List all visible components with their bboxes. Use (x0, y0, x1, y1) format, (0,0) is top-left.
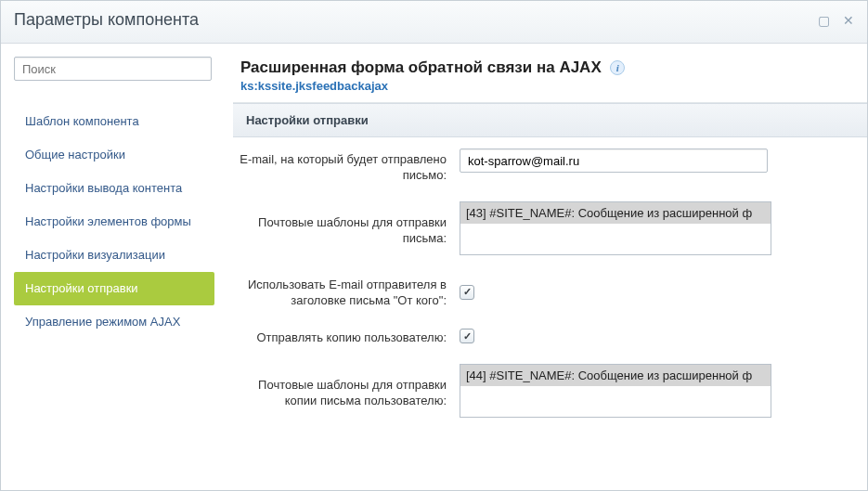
titlebar-controls: ▢ ✕ (818, 14, 854, 27)
section-header: Настройки отправки (233, 103, 867, 137)
row-copy-templates: Почтовые шаблоны для отправки копии пись… (233, 356, 867, 429)
content-scroll[interactable]: Настройки отправки E-mail, на который бу… (233, 102, 867, 490)
dialog-body: Шаблон компонентаОбщие настройкиНастройк… (1, 44, 867, 490)
dialog-titlebar: Параметры компонента ▢ ✕ (1, 1, 867, 44)
sidebar-item-3[interactable]: Настройки элементов формы (14, 205, 214, 239)
templates-select[interactable]: [43] #SITE_NAME#: Сообщение из расширенн… (460, 201, 771, 255)
label-copy-templates: Почтовые шаблоны для отправки копии пись… (233, 374, 460, 408)
row-send-copy: Отправлять копию пользователю: ✓ (233, 319, 867, 356)
maximize-icon[interactable]: ▢ (818, 14, 830, 27)
sidebar-item-2[interactable]: Настройки вывода контента (14, 172, 214, 205)
templates-option[interactable]: [43] #SITE_NAME#: Сообщение из расширенн… (460, 202, 771, 224)
page-title: Расширенная форма обратной связи на AJAX (240, 58, 602, 76)
sidebar-nav: Шаблон компонентаОбщие настройкиНастройк… (14, 105, 224, 339)
label-send-copy: Отправлять копию пользователю: (233, 327, 460, 345)
sidebar-item-1[interactable]: Общие настройки (14, 138, 214, 172)
row-email: E-mail, на который будет отправлено пись… (233, 137, 867, 194)
search-input[interactable] (14, 57, 212, 81)
component-code: ks:kssite.jksfeedbackajax (240, 79, 845, 93)
row-use-sender: Использовать E-mail отправителя в заголо… (233, 266, 867, 319)
copy-templates-option[interactable]: [44] #SITE_NAME#: Сообщение из расширенн… (460, 365, 771, 386)
row-templates: Почтовые шаблоны для отправки письма: [4… (233, 194, 867, 266)
dialog-title: Параметры компонента (14, 10, 199, 30)
copy-templates-select[interactable]: [44] #SITE_NAME#: Сообщение из расширенн… (460, 364, 771, 418)
email-input[interactable] (460, 149, 768, 173)
close-icon[interactable]: ✕ (843, 14, 854, 27)
heading-area: Расширенная форма обратной связи на AJAX… (233, 44, 867, 102)
sidebar-item-4[interactable]: Настройки визуализации (14, 239, 214, 272)
label-use-sender: Использовать E-mail отправителя в заголо… (233, 274, 460, 308)
sidebar-item-5[interactable]: Настройки отправки (14, 272, 214, 305)
send-copy-checkbox[interactable]: ✓ (460, 329, 474, 343)
label-templates: Почтовые шаблоны для отправки письма: (233, 212, 460, 246)
label-email: E-mail, на который будет отправлено пись… (233, 149, 460, 183)
sidebar: Шаблон компонентаОбщие настройкиНастройк… (1, 44, 233, 490)
use-sender-checkbox[interactable]: ✓ (460, 285, 474, 300)
info-icon[interactable]: i (610, 60, 625, 75)
sidebar-item-0[interactable]: Шаблон компонента (14, 105, 214, 138)
sidebar-item-6[interactable]: Управление режимом AJAX (14, 305, 214, 339)
main-panel: Расширенная форма обратной связи на AJAX… (233, 44, 867, 490)
component-settings-dialog: Параметры компонента ▢ ✕ Шаблон компонен… (0, 0, 868, 491)
